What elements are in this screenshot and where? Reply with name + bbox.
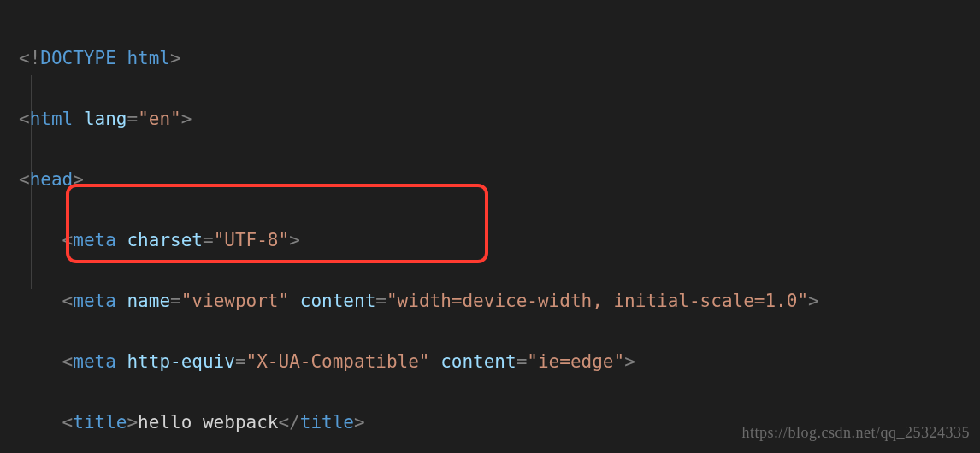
val-xua: "X-UA-Compatible" (246, 351, 430, 372)
code-line[interactable]: <head> (19, 165, 819, 196)
watermark-text: https://blog.csdn.net/qq_25324335 (742, 418, 971, 449)
angle-open: <! (19, 48, 40, 68)
code-line[interactable]: <!DOCTYPE html> (19, 44, 819, 74)
attr-name: name (127, 291, 170, 311)
attr-content: content (440, 351, 517, 372)
code-line[interactable]: <meta http-equiv="X-UA-Compatible" conte… (19, 347, 819, 378)
val-lang: "en" (138, 109, 181, 129)
tag-title-close: title (300, 412, 354, 432)
code-editor[interactable]: <!DOCTYPE html> <html lang="en"> <head> … (19, 13, 819, 453)
tag-meta: meta (73, 291, 116, 311)
tag-title: title (73, 412, 127, 432)
title-text: hello webpack (138, 412, 278, 432)
attr-lang: lang (84, 109, 127, 129)
val-charset: "UTF-8" (214, 230, 290, 250)
attr-charset: charset (127, 230, 203, 250)
tag-meta: meta (73, 351, 116, 372)
angle-close: > (170, 48, 181, 68)
val-viewport-content: "width=device-width, initial-scale=1.0" (387, 291, 808, 311)
tag-meta: meta (73, 230, 116, 250)
code-line[interactable]: <html lang="en"> (19, 104, 819, 135)
attr-content: content (300, 291, 376, 311)
val-viewport: "viewport" (181, 291, 289, 311)
code-line[interactable]: <meta name="viewport" content="width=dev… (19, 286, 819, 317)
attr-http-equiv: http-equiv (127, 351, 234, 372)
doctype-token: DOCTYPE html (40, 48, 170, 68)
code-line[interactable]: <title>hello webpack</title> (19, 408, 819, 438)
tag-html: html (30, 109, 74, 129)
tag-head: head (30, 169, 74, 190)
val-ieedge: "ie=edge" (527, 351, 624, 372)
code-line[interactable]: <meta charset="UTF-8"> (19, 226, 819, 256)
